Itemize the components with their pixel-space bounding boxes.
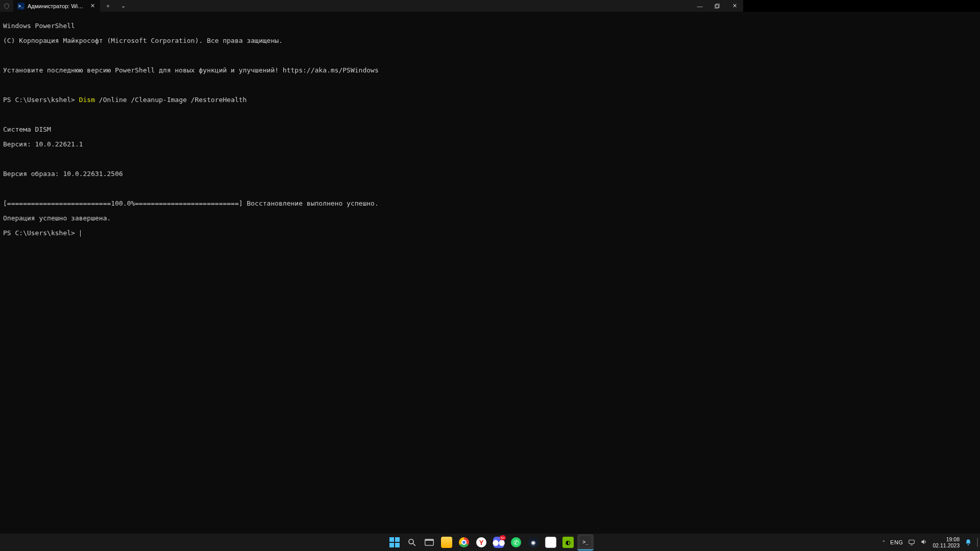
terminal-line: (C) Корпорация Майкрософт (Microsoft Cor… <box>3 37 743 45</box>
maximize-button[interactable] <box>708 0 726 12</box>
terminal-line: Версия: 10.0.22621.1 <box>3 141 743 148</box>
terminal-line <box>3 82 743 89</box>
terminal-line <box>3 52 743 60</box>
terminal-line: Операция успешно завершена. <box>3 215 743 222</box>
svg-rect-1 <box>716 4 720 7</box>
terminal-line: Версия образа: 10.0.22631.2506 <box>3 170 743 178</box>
terminal-tab[interactable]: >_ Администратор: Windows Pc ✕ <box>13 0 100 12</box>
terminal-line <box>3 185 743 193</box>
close-tab-button[interactable]: ✕ <box>89 3 96 9</box>
terminal-line <box>3 111 743 119</box>
command-args: /Online /Cleanup-Image /RestoreHealth <box>95 96 247 104</box>
powershell-icon: >_ <box>17 3 24 10</box>
tab-title: Администратор: Windows Pc <box>28 3 86 9</box>
terminal-line: Cистема DISM <box>3 126 743 134</box>
close-window-button[interactable]: ✕ <box>726 0 743 12</box>
terminal-prompt-line: PS C:\Users\kshel> <box>3 230 743 237</box>
terminal-line: Установите последнюю версию PowerShell д… <box>3 67 743 74</box>
prompt: PS C:\Users\kshel> <box>3 96 75 104</box>
terminal-line: [==========================100.0%=======… <box>3 200 743 208</box>
command: Dism <box>79 96 95 104</box>
terminal-line <box>3 156 743 163</box>
titlebar-drag-area[interactable] <box>131 0 691 12</box>
prompt: PS C:\Users\kshel> <box>3 229 75 237</box>
shield-icon <box>0 0 13 12</box>
terminal-output-area[interactable]: Windows PowerShell (C) Корпорация Майкро… <box>0 12 743 416</box>
terminal-line: Windows PowerShell <box>3 22 743 30</box>
new-tab-button[interactable]: ＋ <box>100 0 115 12</box>
text-cursor <box>80 230 81 237</box>
window-titlebar: >_ Администратор: Windows Pc ✕ ＋ ⌄ — ✕ <box>0 0 743 12</box>
minimize-button[interactable]: — <box>691 0 708 12</box>
terminal-command-line: PS C:\Users\kshel> Dism /Online /Cleanup… <box>3 96 743 104</box>
tab-dropdown-button[interactable]: ⌄ <box>115 0 131 12</box>
svg-rect-0 <box>715 5 719 8</box>
